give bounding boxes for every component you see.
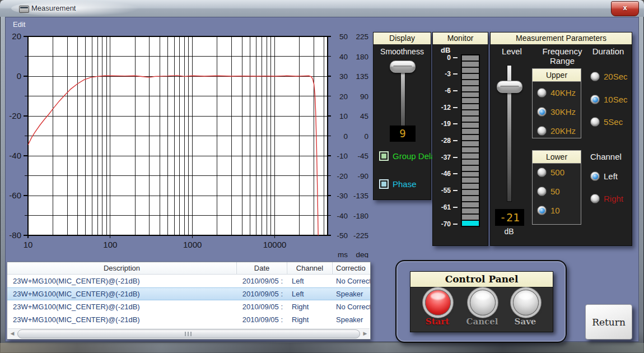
svg-text:180: 180 <box>356 53 368 61</box>
checkbox-icon <box>379 151 389 161</box>
start-button[interactable] <box>425 290 451 315</box>
meter-scale-value: -37 <box>441 154 451 161</box>
svg-text:-10: -10 <box>337 152 348 160</box>
radio-upper-20khz[interactable]: 20KHz <box>537 126 576 136</box>
radio-upper-label: 40KHz <box>550 88 576 97</box>
close-button[interactable]: x <box>611 1 639 16</box>
frame-reflection <box>0 343 644 353</box>
meter-scale-value: -28 <box>441 137 451 145</box>
meter-tick <box>453 140 458 141</box>
meter-segment <box>462 135 479 140</box>
scroll-right-arrow[interactable]: ▶ <box>361 329 370 338</box>
smoothness-slider-handle[interactable] <box>390 61 416 73</box>
level-label: Level <box>494 47 530 56</box>
meter-tick <box>453 57 458 58</box>
radio-lower-10[interactable]: 10 <box>537 206 560 215</box>
lower-group-title: Lower <box>533 151 581 164</box>
radio-duration-20sec[interactable]: 20Sec <box>590 72 628 81</box>
svg-text:10000: 10000 <box>263 240 287 249</box>
radio-duration-label: 10Sec <box>604 95 628 104</box>
radio-channel-right[interactable]: Right <box>590 194 623 203</box>
radio-icon <box>537 168 547 177</box>
cell-description: 23W+MG100(MIC_CENTER)@(-21dB) <box>7 290 237 298</box>
table-header: DescriptionDateChannelCorrectio <box>7 262 370 275</box>
svg-text:20: 20 <box>339 92 348 101</box>
radio-duration-label: 5Sec <box>604 117 623 127</box>
svg-text:-40: -40 <box>337 212 348 220</box>
radio-icon <box>537 126 547 136</box>
meter-scale-value: -19 <box>441 120 451 128</box>
meter-segment <box>462 190 479 195</box>
horizontal-scrollbar: ◀ ▶ <box>8 328 370 338</box>
save-button[interactable] <box>513 290 539 315</box>
checkbox-label: Phase <box>393 179 417 189</box>
svg-text:100: 100 <box>103 240 117 249</box>
save-button-label: Save <box>503 317 548 327</box>
checkbox-phase[interactable]: Phase <box>379 179 427 189</box>
radio-icon <box>537 187 547 196</box>
scroll-left-arrow[interactable]: ◀ <box>8 329 17 338</box>
cell-channel: Right <box>287 315 333 324</box>
meter-tick <box>453 173 458 174</box>
monitor-panel: Monitor dB 0-3-6-12-19-28-37-46-55-61-70 <box>432 32 488 246</box>
cell-channel: Right <box>287 303 333 311</box>
meter-tick <box>453 207 458 208</box>
svg-text:-180: -180 <box>353 212 368 220</box>
window-icon <box>19 6 29 13</box>
svg-text:0: 0 <box>364 132 368 141</box>
upper-group-title: Upper <box>533 69 581 82</box>
scrollbar-thumb[interactable] <box>17 329 360 338</box>
svg-text:135: 135 <box>356 72 368 81</box>
radio-icon <box>590 117 600 127</box>
checkbox-group-delay[interactable]: Group Delay <box>379 151 427 161</box>
meter-segment <box>462 208 479 213</box>
cancel-button[interactable] <box>470 290 496 315</box>
svg-text:30: 30 <box>339 72 348 81</box>
radio-duration-10sec[interactable]: 10Sec <box>590 95 628 104</box>
radio-duration-5sec[interactable]: 5Sec <box>590 117 623 127</box>
radio-icon-selected <box>590 95 600 104</box>
table-row[interactable]: 23W+MG100(MIC_CENTER)@(-21dB)2010/09/05 … <box>7 313 370 326</box>
meter-scale-value: -55 <box>441 187 451 194</box>
parameters-panel: Measurement Parameters Level Frequency R… <box>490 32 632 246</box>
meter-scale-label: -3 <box>434 71 458 77</box>
return-button[interactable]: Return <box>585 304 632 340</box>
meter-segment <box>462 68 479 73</box>
table-row[interactable]: 23W+MG100(MIC_CENTER)@(-21dB)2010/09/05 … <box>7 275 370 287</box>
table-row[interactable]: 23W+MG100(MIC_CENTER)@(-21dB)2010/09/05 … <box>7 300 370 313</box>
radio-lower-500[interactable]: 500 <box>537 168 564 177</box>
meter-segment <box>462 141 479 146</box>
display-panel-title: Display <box>374 32 431 45</box>
level-slider-handle[interactable] <box>497 81 522 93</box>
control-panel: Control Panel StartCancelSave <box>410 271 553 332</box>
meter-scale-label: -28 <box>434 138 458 143</box>
table-row[interactable]: 23W+MG100(MIC_CENTER)@(-21dB)2010/09/05 … <box>7 287 370 300</box>
cell-date: 2010/09/05 : <box>237 315 287 324</box>
meter-segment <box>462 154 479 159</box>
radio-lower-50[interactable]: 50 <box>537 187 560 196</box>
control-panel-frame: Control Panel StartCancelSave <box>395 260 567 343</box>
meter-scale-value: -46 <box>441 170 451 178</box>
return-button-label: Return <box>592 317 626 328</box>
radio-icon <box>590 72 600 81</box>
radio-icon-selected <box>537 107 547 117</box>
lower-frequency-group: Lower 5005010 <box>532 150 581 225</box>
meter-scale-label: -37 <box>434 155 458 160</box>
radio-upper-30khz[interactable]: 30KHz <box>537 107 576 117</box>
checkbox-icon <box>379 179 389 189</box>
meter-tick <box>453 224 458 225</box>
smoothness-value: 9 <box>390 126 416 142</box>
display-panel: Display Smoothness 9 Group DelayPhase <box>373 32 431 200</box>
title-bar[interactable]: Measurement <box>0 0 644 17</box>
svg-text:-60: -60 <box>9 191 21 200</box>
radio-channel-label: Right <box>604 194 623 203</box>
menu-edit[interactable]: Edit <box>10 19 29 30</box>
meter-segment <box>462 117 479 122</box>
svg-text:-20: -20 <box>337 172 348 180</box>
radio-channel-left[interactable]: Left <box>590 171 618 181</box>
frequency-range-label: Frequency Range <box>531 47 594 66</box>
meter-segment <box>462 147 479 152</box>
meter-segment <box>462 184 479 189</box>
radio-upper-40khz[interactable]: 40KHz <box>537 88 576 97</box>
svg-text:0: 0 <box>343 132 348 141</box>
